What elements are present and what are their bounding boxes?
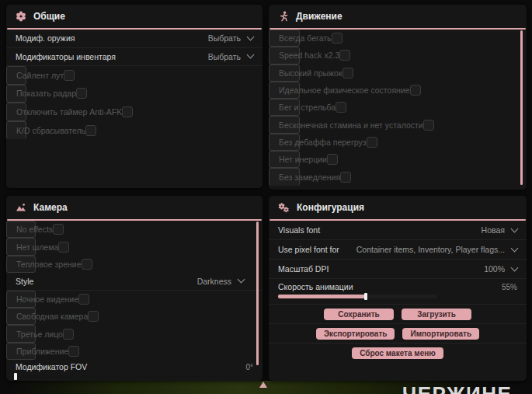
slider-track[interactable] (278, 295, 437, 298)
checkbox[interactable] (332, 33, 342, 44)
row-checkbox[interactable]: Третье лицо (6, 325, 36, 342)
slider-fill (278, 295, 366, 298)
row-checkbox[interactable]: Ночное видение (6, 291, 36, 308)
row-checkbox[interactable]: Всегда бегать (269, 30, 300, 47)
row-label: Без замедления (279, 173, 340, 182)
row-checkbox[interactable]: Показать радар (6, 85, 26, 103)
select-control[interactable]: Darkness (197, 277, 244, 286)
gears-icon (278, 202, 290, 213)
row-checkbox[interactable]: K/D сбрасыватель (6, 121, 26, 140)
panel-camera-header: Камера (6, 196, 263, 218)
checkbox[interactable] (342, 68, 353, 78)
slider-value: 0° (245, 363, 253, 371)
row-label: Всегда бегать (279, 33, 332, 43)
checkbox[interactable] (63, 329, 74, 340)
row-select[interactable]: Масштаб DPI100% (269, 260, 527, 279)
row-checkbox[interactable]: Speed hack x2.3 (269, 47, 300, 64)
chevron-down-icon (247, 51, 255, 59)
row-label: Нет шлема (16, 242, 58, 252)
row-checkbox[interactable]: Высокий прыжок (269, 65, 300, 82)
select-control[interactable]: 100% (484, 264, 517, 274)
row-select[interactable]: Модиф. оружияВыбрать (6, 30, 263, 48)
slider-handle[interactable] (364, 293, 367, 300)
cursor-pointer (259, 382, 267, 388)
scrollbar[interactable] (520, 30, 523, 185)
row-label: Сайлент лут (16, 71, 64, 80)
checkbox[interactable] (327, 154, 338, 165)
checkbox[interactable] (339, 50, 350, 61)
checkbox[interactable] (76, 88, 87, 99)
slider-labels: Модификатор FOV0° (16, 362, 253, 371)
checkbox[interactable] (336, 102, 346, 113)
row-select[interactable]: StyleDarkness (6, 273, 263, 290)
row-label: Бесконечная стамина и нет усталости (279, 120, 423, 130)
row-select[interactable]: Use pixel font forContainer items, Inven… (269, 240, 527, 260)
row-label: Use pixel font for (278, 245, 339, 254)
row-label: Speed hack x2.3 (279, 51, 339, 60)
row-select[interactable]: Visuals fontНовая (269, 221, 527, 240)
select-value: Container items, Inventory, Player flags… (356, 245, 505, 254)
row-label: No effects (16, 225, 53, 234)
checkbox[interactable] (367, 137, 377, 148)
row-checkbox[interactable]: Отключить таймер Anti-AFK (6, 103, 26, 121)
row-label: Visuals font (278, 225, 320, 235)
row-select[interactable]: Модификаторы инвентаряВыбрать (6, 48, 263, 67)
select-value: Выбрать (208, 52, 241, 61)
checkbox[interactable] (122, 106, 133, 117)
select-value: 100% (484, 264, 505, 274)
row-checkbox[interactable]: Нет инерции (269, 151, 300, 168)
reset-menu-layout-button[interactable]: Сброс макета меню (352, 347, 443, 359)
row-checkbox[interactable]: Тепловое зрение (6, 256, 36, 273)
select-control[interactable]: Выбрать (208, 52, 253, 61)
select-control[interactable]: Container items, Inventory, Player flags… (356, 245, 517, 254)
checkbox[interactable] (88, 311, 99, 322)
row-slider[interactable]: Модификатор FOV0° (6, 360, 263, 381)
row-label: Ночное видение (16, 295, 78, 304)
export-button[interactable]: Экспортировать (316, 328, 395, 340)
checkbox[interactable] (53, 224, 64, 235)
flower-gear-icon (16, 11, 26, 22)
row-slider[interactable]: Скорость анимации55% (269, 279, 527, 305)
select-value: Darkness (197, 277, 231, 286)
panel-movement: Движение Всегда бегатьSpeed hack x2.3Выс… (269, 5, 527, 190)
row-checkbox[interactable]: Бесконечная стамина и нет усталости (269, 116, 300, 133)
row-checkbox[interactable]: Идеальное физическое состояние (269, 82, 300, 99)
checkbox[interactable] (82, 259, 92, 270)
row-label: Показать радар (16, 89, 76, 98)
row-checkbox[interactable]: Свободная камера (6, 308, 36, 325)
checkbox[interactable] (85, 125, 96, 136)
image-icon (16, 202, 26, 213)
row-checkbox[interactable]: Сайлент лут (6, 66, 26, 85)
checkbox[interactable] (410, 85, 421, 96)
select-value: Новая (482, 225, 505, 235)
panel-title: Конфигурация (297, 202, 364, 213)
import-button[interactable]: Импортировать (402, 328, 479, 340)
checkbox[interactable] (68, 346, 79, 357)
slider-handle[interactable] (14, 373, 17, 380)
select-control[interactable]: Новая (482, 225, 517, 235)
row-checkbox[interactable]: Бег и стрельба (269, 99, 300, 116)
row-label: Бег и стрельба (279, 103, 336, 112)
row-checkbox[interactable]: No effects (6, 221, 36, 238)
scrollbar[interactable] (256, 221, 259, 365)
checkbox[interactable] (78, 294, 89, 305)
row-checkbox[interactable]: Приближение (6, 343, 36, 360)
row-checkbox[interactable]: Без замедления (269, 168, 300, 185)
checkbox[interactable] (423, 120, 434, 131)
slider-labels: Скорость анимации55% (278, 282, 517, 291)
checkbox[interactable] (58, 242, 69, 253)
save-button[interactable]: Сохранить (324, 309, 394, 320)
load-button[interactable]: Загрузить (402, 309, 471, 320)
checkbox[interactable] (64, 70, 75, 81)
chevron-down-icon (511, 263, 519, 271)
panel-title: Камера (33, 202, 68, 213)
slider-track[interactable] (16, 375, 250, 378)
watermark-text: ЧЕРЖИНЕ (402, 384, 530, 394)
select-control[interactable]: Выбрать (208, 33, 253, 43)
panel-config: Конфигурация Visuals fontНоваяUse pixel … (269, 196, 527, 381)
row-checkbox[interactable]: Без дебаффа перегруз (269, 134, 300, 151)
row-label: Приближение (16, 347, 68, 356)
slider-value: 55% (502, 283, 517, 291)
row-checkbox[interactable]: Нет шлема (6, 238, 36, 255)
checkbox[interactable] (340, 172, 351, 183)
